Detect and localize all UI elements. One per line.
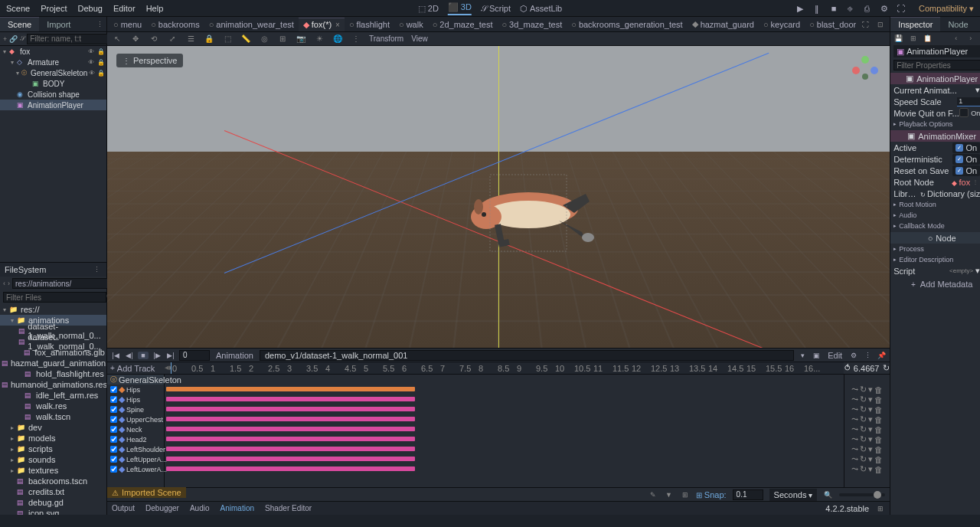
group-icon[interactable]: ⬚	[222, 34, 233, 44]
preview-icon[interactable]: ⋮	[351, 34, 361, 44]
history-fwd-icon[interactable]: ›	[965, 34, 975, 44]
file-textures[interactable]: ▸📁textures	[0, 465, 106, 476]
delete-track-icon[interactable]: 🗑	[874, 455, 883, 464]
workspace-script[interactable]: 𝒮Script	[481, 4, 511, 14]
scene-tab-backrooms_generation_test[interactable]: ○backrooms_generation_test	[567, 18, 687, 31]
wrap-icon[interactable]: ↻	[860, 464, 867, 474]
delete-track-icon[interactable]: 🗑	[874, 395, 883, 404]
menu-project[interactable]: Project	[41, 4, 67, 13]
dock-options-icon[interactable]: ⋮	[92, 265, 102, 275]
save-icon[interactable]: 💾	[893, 34, 903, 44]
wrap-icon[interactable]: ↻	[860, 404, 867, 414]
time-units-dropdown[interactable]: Seconds ▾	[769, 489, 818, 501]
deterministic-checkbox[interactable]: On	[952, 154, 980, 165]
tab-animation[interactable]: Animation	[220, 504, 254, 512]
delete-track-icon[interactable]: 🗑	[874, 435, 883, 444]
track-toggle[interactable]	[110, 406, 117, 413]
file-debug.gd[interactable]: ▤debug.gd	[0, 497, 106, 508]
section-animationplayer[interactable]: ▣AnimationPlayer	[890, 73, 980, 84]
animation-label[interactable]: Animation	[216, 351, 253, 360]
interp-icon[interactable]: ⤳	[851, 414, 858, 424]
snap-value-input[interactable]	[733, 489, 763, 500]
track-toggle[interactable]	[110, 426, 117, 433]
history-back-icon[interactable]: ‹	[951, 34, 961, 44]
scale-tool-icon[interactable]: ⤢	[167, 34, 178, 44]
interp-icon[interactable]: ⤳	[851, 464, 858, 474]
copy-icon[interactable]: 📋	[923, 34, 933, 44]
tool-icon[interactable]: ⚙	[848, 352, 859, 359]
wrap-icon[interactable]: ↻	[860, 394, 867, 404]
wrap-icon[interactable]: ↻	[860, 424, 867, 434]
bezier-icon[interactable]: ✎	[648, 489, 658, 499]
movie-icon[interactable]: ⚙	[879, 3, 890, 14]
workspace-3d[interactable]: ⬛3D	[448, 2, 472, 15]
menu-editor[interactable]: Editor	[113, 4, 136, 13]
back-icon[interactable]: ‹	[3, 279, 5, 289]
delete-track-icon[interactable]: 🗑	[874, 425, 883, 434]
tab-scene[interactable]: Scene	[0, 17, 39, 31]
file-icon.svg[interactable]: ▤icon.svg	[0, 508, 106, 515]
tab-node[interactable]: Node	[940, 18, 975, 31]
play-backwards-icon[interactable]: ◀|	[124, 352, 135, 359]
renderer-dropdown[interactable]: Compatibility ▾	[919, 4, 974, 14]
anim-stop-icon[interactable]: ■	[138, 352, 149, 359]
current-anim-dropdown[interactable]: ▾	[959, 85, 980, 95]
delete-track-icon[interactable]: 🗑	[874, 405, 883, 414]
file-dataset-1_walk_normal_0...[interactable]: ▤dataset-1_walk_normal_0...	[0, 336, 106, 347]
inspector-filter-input[interactable]	[893, 60, 980, 70]
scene-tab-menu[interactable]: ○menu	[109, 18, 146, 31]
tab-shader[interactable]: Shader Editor	[265, 504, 312, 512]
cat-playback[interactable]: Playback Options	[890, 119, 980, 129]
expand-icon[interactable]: ⊞	[908, 34, 918, 44]
list-select-icon[interactable]: ☰	[185, 34, 196, 44]
timeline-ruler[interactable]: 00.511.522.533.544.555.566.577.588.599.5…	[171, 362, 844, 374]
scene-tab-animation_wear_test[interactable]: ○animation_wear_test	[204, 18, 299, 31]
snap-icon[interactable]: ⊞	[277, 34, 288, 44]
scene-tab-backrooms[interactable]: ○backrooms	[146, 18, 204, 31]
file-fox_animations.glb[interactable]: ▤fox_animations.glb	[0, 347, 106, 358]
stop-icon[interactable]: ■	[828, 3, 839, 14]
zoom-slider[interactable]	[839, 493, 885, 496]
move-tool-icon[interactable]: ✥	[130, 34, 141, 44]
scene-tab-3d_maze_test[interactable]: ○3d_maze_test	[497, 18, 567, 31]
delete-track-icon[interactable]: 🗑	[874, 415, 883, 424]
track-toggle[interactable]	[110, 436, 117, 443]
track-toggle[interactable]	[110, 396, 117, 403]
track-toggle[interactable]	[110, 456, 117, 463]
scene-node-body[interactable]: ▣BODY	[0, 78, 106, 89]
track-toggle[interactable]	[110, 466, 117, 473]
workspace-assetlib[interactable]: ⬡AssetLib	[520, 4, 562, 14]
track-toggle[interactable]	[110, 386, 117, 393]
menu-scene[interactable]: Scene	[6, 4, 30, 13]
play-custom-icon[interactable]: ⎙	[862, 3, 873, 14]
delete-track-icon[interactable]: 🗑	[874, 445, 883, 454]
path-input[interactable]	[12, 278, 116, 289]
tab-output[interactable]: Output	[112, 504, 135, 512]
tab-history[interactable]: History	[976, 18, 980, 31]
interp-icon[interactable]: ⤳	[851, 434, 858, 444]
file-filter-input[interactable]	[3, 292, 106, 303]
scene-tab-keycard[interactable]: ○keycard	[759, 18, 805, 31]
file-dev[interactable]: ▸📁dev	[0, 422, 106, 433]
file-hazmat_guard_animation...[interactable]: ▤hazmat_guard_animation...	[0, 358, 106, 368]
file-hold_flashlight.res[interactable]: ▤hold_flashlight.res	[0, 368, 106, 379]
cat-process[interactable]: Process	[890, 244, 980, 254]
ruler-icon[interactable]: 📏	[240, 34, 251, 44]
interp-icon[interactable]: ⤳	[851, 454, 858, 464]
orientation-gizmo[interactable]	[850, 54, 880, 84]
tab-debugger[interactable]: Debugger	[145, 504, 179, 512]
interp-icon[interactable]: ⤳	[851, 385, 858, 394]
track-toggle[interactable]	[110, 416, 117, 423]
track-toggle[interactable]	[110, 446, 117, 453]
section-node[interactable]: ○Node	[890, 232, 980, 244]
interp-icon[interactable]: ⤳	[851, 424, 858, 434]
tab-inspector[interactable]: Inspector	[890, 17, 940, 31]
snap-toggle-icon[interactable]: ⊞	[680, 489, 690, 499]
menu-debug[interactable]: Debug	[77, 4, 102, 13]
play-forwards-end-icon[interactable]: ▶|	[165, 352, 176, 359]
inspected-object[interactable]: ▣AnimationPlayer▾	[893, 45, 980, 57]
zoom-icon[interactable]: 🔍	[823, 489, 833, 499]
wrap-icon[interactable]: ↻	[860, 385, 867, 394]
wrap-icon[interactable]: ↻	[860, 454, 867, 464]
add-metadata-button[interactable]: + Add Metadata	[890, 278, 980, 290]
